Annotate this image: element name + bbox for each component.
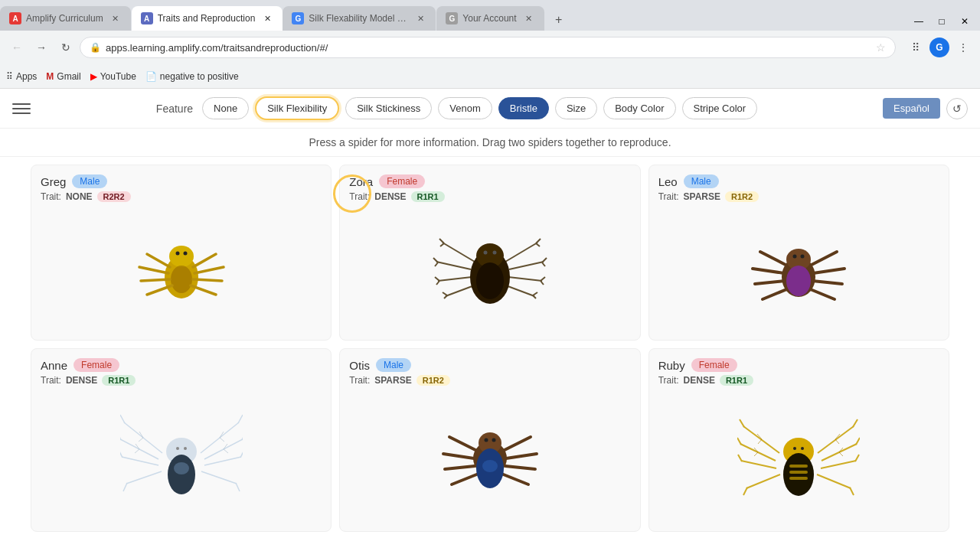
spider-image-zora xyxy=(349,208,630,331)
trait-label-zora: Trait: xyxy=(349,191,370,202)
profile-button[interactable]: G xyxy=(929,37,949,57)
spider-card-header-leo: Leo Male xyxy=(658,174,939,188)
tab-close-amplify[interactable]: ✕ xyxy=(109,12,122,24)
forward-button[interactable]: → xyxy=(31,37,52,58)
spider-card-otis[interactable]: Otis Male Trait: SPARSE R1R2 xyxy=(339,348,640,532)
trait-value-otis: SPARSE xyxy=(374,375,411,386)
tab-close-silk[interactable]: ✕ xyxy=(414,12,426,24)
spider-card-anne[interactable]: Anne Female Trait: DENSE R1R1 xyxy=(31,348,332,532)
new-tab-button[interactable]: + xyxy=(548,9,570,31)
feature-btn-silk-flexibility[interactable]: Silk Flexibility xyxy=(255,96,339,120)
address-text: apps.learning.amplify.com/traitsandrepro… xyxy=(106,42,876,54)
svg-line-107 xyxy=(853,419,858,427)
tab-close-traits[interactable]: ✕ xyxy=(261,12,273,24)
more-options-button[interactable]: ⋮ xyxy=(952,37,974,58)
tab-traits[interactable]: A Traits and Reproduction ✕ xyxy=(132,6,283,31)
reset-button[interactable]: ↺ xyxy=(946,98,968,119)
spider-card-leo[interactable]: Leo Male Trait: SPARSE R1R2 xyxy=(648,165,949,341)
spider-name-leo: Leo xyxy=(658,175,678,188)
svg-point-41 xyxy=(492,251,496,255)
hamburger-menu[interactable] xyxy=(12,103,31,114)
svg-line-102 xyxy=(741,461,776,468)
trait-badge-zora: R1R1 xyxy=(411,191,445,202)
svg-line-14 xyxy=(439,239,444,243)
trait-value-ruby: DENSE xyxy=(684,375,715,386)
tab-amplify[interactable]: A Amplify Curriculum ✕ xyxy=(0,6,131,31)
document-icon: 📄 xyxy=(145,71,157,82)
gender-badge-leo: Male xyxy=(684,174,719,188)
spider-card-zora[interactable]: Zora Female Trait: DENSE R1R1 xyxy=(339,165,640,341)
browser-nav-icons: ⠿ G ⋮ xyxy=(905,37,974,58)
feature-btn-venom[interactable]: Venom xyxy=(438,97,492,119)
back-button[interactable]: ← xyxy=(6,37,28,58)
svg-line-17 xyxy=(433,258,438,262)
gender-badge-otis: Male xyxy=(376,358,411,372)
trait-row-greg: Trait: NONE R2R2 xyxy=(41,191,322,202)
svg-line-32 xyxy=(541,277,545,281)
language-button[interactable]: Español xyxy=(883,98,940,119)
feature-btn-bristle[interactable]: Bristle xyxy=(498,97,549,119)
feature-btn-silk-stickiness[interactable]: Silk Stickiness xyxy=(345,97,432,119)
svg-line-30 xyxy=(542,262,545,266)
svg-line-44 xyxy=(755,281,785,284)
svg-line-86 xyxy=(445,466,475,469)
svg-line-48 xyxy=(812,281,842,284)
svg-line-112 xyxy=(817,474,851,488)
svg-line-113 xyxy=(850,487,854,495)
bookmark-star-icon[interactable]: ☆ xyxy=(876,41,886,54)
svg-line-56 xyxy=(120,415,125,423)
svg-line-62 xyxy=(123,483,127,491)
trait-badge-ruby: R1R1 xyxy=(720,375,753,386)
tab-account[interactable]: G Your Account ✕ xyxy=(436,6,544,31)
trait-row-zora: Trait: DENSE R1R1 xyxy=(349,191,630,202)
bookmark-gmail[interactable]: M Gmail xyxy=(46,71,80,82)
svg-point-52 xyxy=(786,266,811,296)
svg-line-4 xyxy=(139,267,168,273)
svg-point-2 xyxy=(171,266,192,293)
svg-line-66 xyxy=(242,432,243,440)
feature-btn-size[interactable]: Size xyxy=(555,97,597,119)
svg-line-64 xyxy=(238,415,243,423)
spider-image-leo xyxy=(658,208,939,331)
svg-line-42 xyxy=(760,252,787,266)
reload-button[interactable]: ↻ xyxy=(55,37,77,58)
svg-line-28 xyxy=(509,262,544,269)
feature-btn-none[interactable]: None xyxy=(202,97,249,119)
spider-image-otis xyxy=(349,392,630,522)
spider-name-anne: Anne xyxy=(41,359,67,372)
bookmark-youtube[interactable]: ▶ YouTube xyxy=(90,71,136,82)
close-button[interactable]: ✕ xyxy=(956,12,974,31)
trait-value-leo: SPARSE xyxy=(684,191,720,202)
svg-line-47 xyxy=(813,269,844,273)
address-bar[interactable]: 🔒 apps.learning.amplify.com/traitsandrep… xyxy=(80,37,896,58)
svg-line-74 xyxy=(135,449,139,453)
svg-line-76 xyxy=(220,438,224,442)
spider-image-greg xyxy=(41,208,322,331)
svg-line-5 xyxy=(141,279,170,281)
feature-btn-stripe-color[interactable]: Stripe Color xyxy=(682,97,758,119)
spider-card-greg[interactable]: Greg Male Trait: NONE R2R2 xyxy=(31,165,332,341)
tab-close-account[interactable]: ✕ xyxy=(523,12,535,24)
tab-silk[interactable]: G Silk Flexability Model - Google S... ✕ xyxy=(283,6,436,31)
extensions-button[interactable]: ⠿ xyxy=(905,37,926,58)
spider-card-ruby[interactable]: Ruby Female Trait: DENSE R1R1 xyxy=(648,348,949,532)
svg-line-121 xyxy=(839,452,843,456)
svg-line-49 xyxy=(808,289,835,299)
maximize-button[interactable]: □ xyxy=(933,12,951,31)
app-content: Feature None Silk Flexibility Silk Stick… xyxy=(0,89,980,551)
minimize-button[interactable]: — xyxy=(910,12,928,31)
svg-line-35 xyxy=(533,292,537,295)
bookmark-negative-positive[interactable]: 📄 negative to positive xyxy=(145,71,239,82)
svg-line-119 xyxy=(835,439,839,444)
svg-line-27 xyxy=(536,243,540,246)
spider-card-header-ruby: Ruby Female xyxy=(658,358,939,372)
tab-favicon-account: G xyxy=(446,12,458,24)
svg-line-25 xyxy=(505,243,537,262)
bookmark-apps[interactable]: ⠿ Apps xyxy=(6,71,37,82)
feature-btn-body-color[interactable]: Body Color xyxy=(603,97,675,119)
gmail-icon: M xyxy=(46,71,54,82)
svg-line-33 xyxy=(541,281,544,285)
bookmark-gmail-label: Gmail xyxy=(57,71,80,82)
trait-label-anne: Trait: xyxy=(41,375,61,386)
feature-toolbar: Feature None Silk Flexibility Silk Stick… xyxy=(31,96,883,120)
